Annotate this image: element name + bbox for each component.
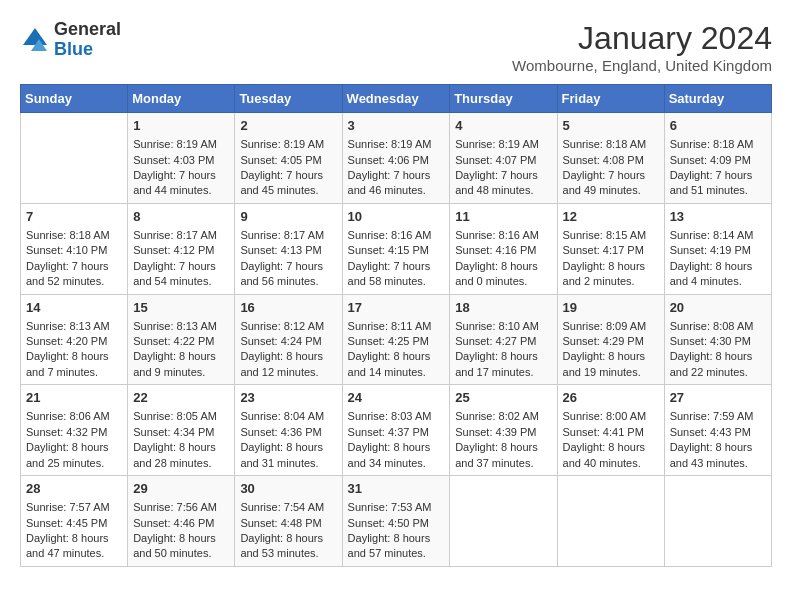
day-info: Daylight: 7 hours (240, 259, 336, 274)
day-info: Daylight: 7 hours (670, 168, 766, 183)
calendar-cell (557, 476, 664, 567)
day-info: Sunset: 4:24 PM (240, 334, 336, 349)
day-info: and 46 minutes. (348, 183, 445, 198)
header-day-monday: Monday (128, 85, 235, 113)
calendar-cell (21, 113, 128, 204)
day-number: 12 (563, 208, 659, 226)
calendar-body: 1Sunrise: 8:19 AMSunset: 4:03 PMDaylight… (21, 113, 772, 567)
day-info: and 48 minutes. (455, 183, 551, 198)
day-info: Sunset: 4:27 PM (455, 334, 551, 349)
day-info: Sunset: 4:43 PM (670, 425, 766, 440)
day-info: Daylight: 8 hours (348, 531, 445, 546)
day-info: and 19 minutes. (563, 365, 659, 380)
day-number: 3 (348, 117, 445, 135)
day-info: and 25 minutes. (26, 456, 122, 471)
day-number: 30 (240, 480, 336, 498)
day-info: Sunrise: 7:57 AM (26, 500, 122, 515)
calendar-cell: 23Sunrise: 8:04 AMSunset: 4:36 PMDayligh… (235, 385, 342, 476)
day-info: Sunrise: 8:17 AM (133, 228, 229, 243)
calendar-table: SundayMondayTuesdayWednesdayThursdayFrid… (20, 84, 772, 567)
day-info: Sunrise: 8:19 AM (348, 137, 445, 152)
calendar-cell (664, 476, 771, 567)
day-info: and 56 minutes. (240, 274, 336, 289)
day-info: and 45 minutes. (240, 183, 336, 198)
day-info: and 57 minutes. (348, 546, 445, 561)
calendar-cell: 7Sunrise: 8:18 AMSunset: 4:10 PMDaylight… (21, 203, 128, 294)
logo-blue: Blue (54, 39, 93, 59)
calendar-cell: 4Sunrise: 8:19 AMSunset: 4:07 PMDaylight… (450, 113, 557, 204)
day-info: Sunset: 4:10 PM (26, 243, 122, 258)
title-block: January 2024 Wombourne, England, United … (512, 20, 772, 74)
day-info: Daylight: 8 hours (240, 440, 336, 455)
day-info: Sunset: 4:09 PM (670, 153, 766, 168)
calendar-week-3: 14Sunrise: 8:13 AMSunset: 4:20 PMDayligh… (21, 294, 772, 385)
day-info: and 9 minutes. (133, 365, 229, 380)
day-info: Daylight: 8 hours (26, 531, 122, 546)
day-info: Daylight: 8 hours (240, 531, 336, 546)
day-info: Sunset: 4:50 PM (348, 516, 445, 531)
calendar-cell: 31Sunrise: 7:53 AMSunset: 4:50 PMDayligh… (342, 476, 450, 567)
day-info: Daylight: 8 hours (240, 349, 336, 364)
calendar-cell: 22Sunrise: 8:05 AMSunset: 4:34 PMDayligh… (128, 385, 235, 476)
day-info: and 0 minutes. (455, 274, 551, 289)
day-info: Sunrise: 8:18 AM (26, 228, 122, 243)
day-info: and 34 minutes. (348, 456, 445, 471)
day-info: Daylight: 8 hours (563, 349, 659, 364)
day-info: Daylight: 7 hours (348, 259, 445, 274)
day-info: Sunrise: 8:16 AM (348, 228, 445, 243)
header-day-thursday: Thursday (450, 85, 557, 113)
day-info: Sunset: 4:08 PM (563, 153, 659, 168)
day-info: Sunset: 4:45 PM (26, 516, 122, 531)
day-number: 6 (670, 117, 766, 135)
calendar-week-4: 21Sunrise: 8:06 AMSunset: 4:32 PMDayligh… (21, 385, 772, 476)
day-info: Sunrise: 7:59 AM (670, 409, 766, 424)
day-info: Daylight: 8 hours (455, 440, 551, 455)
day-info: Sunset: 4:48 PM (240, 516, 336, 531)
calendar-cell: 2Sunrise: 8:19 AMSunset: 4:05 PMDaylight… (235, 113, 342, 204)
day-info: Sunrise: 8:05 AM (133, 409, 229, 424)
calendar-cell: 21Sunrise: 8:06 AMSunset: 4:32 PMDayligh… (21, 385, 128, 476)
day-info: Sunset: 4:13 PM (240, 243, 336, 258)
day-info: Sunset: 4:17 PM (563, 243, 659, 258)
calendar-cell: 19Sunrise: 8:09 AMSunset: 4:29 PMDayligh… (557, 294, 664, 385)
calendar-cell: 26Sunrise: 8:00 AMSunset: 4:41 PMDayligh… (557, 385, 664, 476)
day-info: and 53 minutes. (240, 546, 336, 561)
day-info: Daylight: 8 hours (670, 259, 766, 274)
day-info: Daylight: 8 hours (670, 349, 766, 364)
day-number: 22 (133, 389, 229, 407)
calendar-cell: 6Sunrise: 8:18 AMSunset: 4:09 PMDaylight… (664, 113, 771, 204)
day-info: and 28 minutes. (133, 456, 229, 471)
day-number: 5 (563, 117, 659, 135)
day-info: Daylight: 8 hours (133, 349, 229, 364)
day-number: 13 (670, 208, 766, 226)
header-day-wednesday: Wednesday (342, 85, 450, 113)
day-info: and 4 minutes. (670, 274, 766, 289)
logo-icon (20, 25, 50, 55)
day-info: Sunrise: 8:11 AM (348, 319, 445, 334)
day-info: and 14 minutes. (348, 365, 445, 380)
day-info: Daylight: 7 hours (133, 168, 229, 183)
day-info: Sunset: 4:36 PM (240, 425, 336, 440)
day-info: and 43 minutes. (670, 456, 766, 471)
svg-marker-0 (23, 28, 47, 45)
day-info: and 17 minutes. (455, 365, 551, 380)
day-number: 29 (133, 480, 229, 498)
day-info: Sunset: 4:25 PM (348, 334, 445, 349)
calendar-cell: 30Sunrise: 7:54 AMSunset: 4:48 PMDayligh… (235, 476, 342, 567)
calendar-cell: 20Sunrise: 8:08 AMSunset: 4:30 PMDayligh… (664, 294, 771, 385)
day-info: Sunset: 4:06 PM (348, 153, 445, 168)
calendar-cell: 5Sunrise: 8:18 AMSunset: 4:08 PMDaylight… (557, 113, 664, 204)
day-info: Sunset: 4:32 PM (26, 425, 122, 440)
day-info: Sunrise: 8:08 AM (670, 319, 766, 334)
page-header: General Blue January 2024 Wombourne, Eng… (20, 20, 772, 74)
calendar-cell: 24Sunrise: 8:03 AMSunset: 4:37 PMDayligh… (342, 385, 450, 476)
day-number: 20 (670, 299, 766, 317)
day-number: 1 (133, 117, 229, 135)
day-info: Daylight: 8 hours (26, 349, 122, 364)
header-day-tuesday: Tuesday (235, 85, 342, 113)
calendar-cell: 16Sunrise: 8:12 AMSunset: 4:24 PMDayligh… (235, 294, 342, 385)
calendar-cell (450, 476, 557, 567)
day-info: and 7 minutes. (26, 365, 122, 380)
day-info: Sunset: 4:19 PM (670, 243, 766, 258)
day-number: 31 (348, 480, 445, 498)
